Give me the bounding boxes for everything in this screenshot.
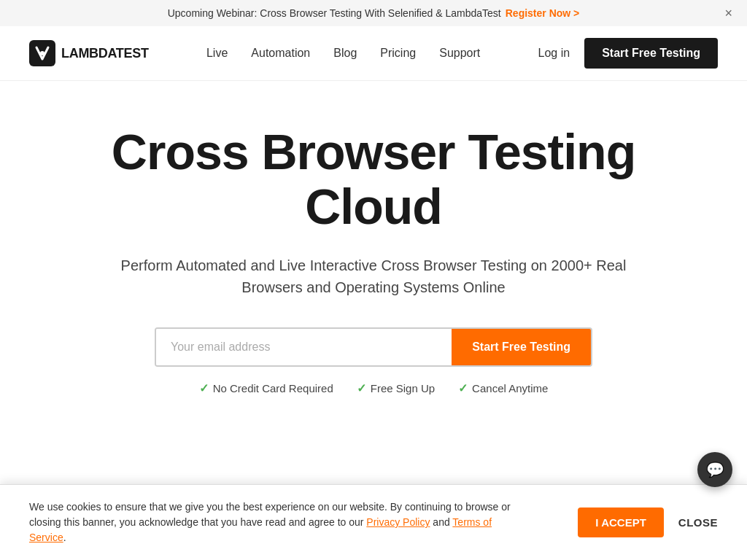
email-form: Start Free Testing — [155, 327, 592, 367]
announcement-bar: Upcoming Webinar: Cross Browser Testing … — [0, 0, 747, 26]
chat-icon: 💬 — [706, 461, 724, 478]
hero-section: Cross Browser Testing Cloud Perform Auto… — [0, 81, 747, 424]
checkmark-icon-3: ✓ — [458, 381, 468, 395]
benefits-list: ✓ No Credit Card Required ✓ Free Sign Up… — [29, 381, 718, 395]
email-input-wrapper: Start Free Testing — [155, 327, 592, 367]
nav-start-free-button[interactable]: Start Free Testing — [584, 38, 718, 69]
logo-icon — [29, 40, 55, 66]
announcement-close-button[interactable]: × — [724, 6, 732, 21]
nav-link-live[interactable]: Live — [206, 47, 228, 59]
cookie-banner: We use cookies to ensure that we give yo… — [0, 484, 747, 560]
svg-point-1 — [40, 51, 44, 55]
cookie-text-mid: and — [430, 516, 452, 528]
checkmark-icon-1: ✓ — [199, 381, 209, 395]
nav-links: Live Automation Blog Pricing Support — [206, 47, 480, 60]
navbar: LAMBDATEST Live Automation Blog Pricing … — [0, 26, 747, 81]
nav-link-support[interactable]: Support — [439, 47, 480, 59]
cookie-text: We use cookies to ensure that we give yo… — [29, 499, 525, 545]
announcement-register-link[interactable]: Register Now > — [506, 7, 580, 19]
logo-text: LAMBDATEST — [61, 46, 149, 61]
email-input[interactable] — [156, 329, 452, 365]
hero-start-testing-button[interactable]: Start Free Testing — [452, 329, 591, 365]
benefit-label-2: Free Sign Up — [371, 382, 435, 394]
chat-widget[interactable]: 💬 — [697, 452, 732, 487]
benefit-free-signup: ✓ Free Sign Up — [357, 381, 435, 395]
hero-title-line1: Cross Browser Testing — [112, 124, 635, 179]
privacy-policy-link[interactable]: Privacy Policy — [366, 516, 430, 528]
benefit-label-3: Cancel Anytime — [472, 382, 548, 394]
nav-right: Log in Start Free Testing — [538, 38, 718, 69]
cookie-buttons: I ACCEPT CLOSE — [578, 508, 718, 537]
benefit-no-credit-card: ✓ No Credit Card Required — [199, 381, 333, 395]
hero-title: Cross Browser Testing Cloud — [29, 125, 718, 234]
hero-title-line2: Cloud — [305, 179, 442, 234]
announcement-text: Upcoming Webinar: Cross Browser Testing … — [168, 7, 501, 19]
nav-link-pricing[interactable]: Pricing — [380, 47, 416, 59]
benefit-cancel-anytime: ✓ Cancel Anytime — [458, 381, 548, 395]
benefit-label-1: No Credit Card Required — [213, 382, 333, 394]
hero-subtitle: Perform Automated and Live Interactive C… — [118, 254, 629, 298]
nav-link-automation[interactable]: Automation — [251, 47, 310, 59]
nav-link-blog[interactable]: Blog — [333, 47, 357, 59]
cookie-accept-button[interactable]: I ACCEPT — [578, 508, 663, 537]
logo[interactable]: LAMBDATEST — [29, 40, 149, 66]
cookie-close-button[interactable]: CLOSE — [678, 516, 718, 529]
cookie-text-end: . — [63, 532, 66, 543]
login-link[interactable]: Log in — [538, 47, 570, 60]
checkmark-icon-2: ✓ — [357, 381, 366, 395]
